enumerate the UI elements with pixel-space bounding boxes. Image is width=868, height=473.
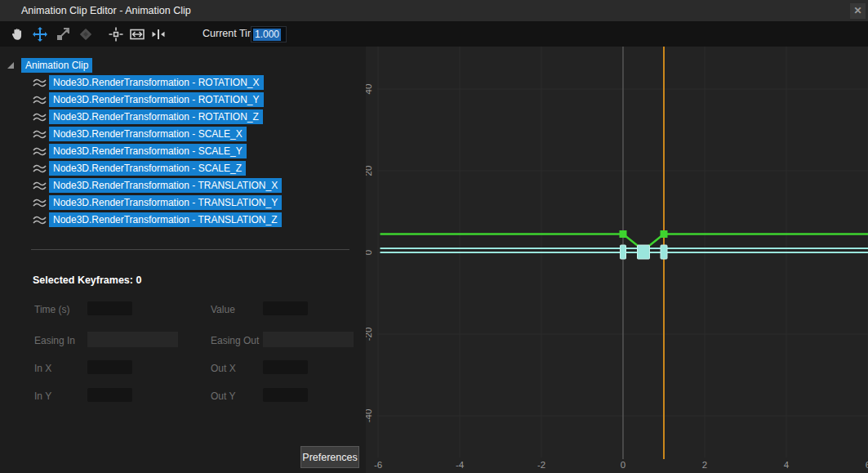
form-row-time-value: Time (s) Value [0,301,366,318]
x-axis-tick-label: 0 [621,460,625,470]
animation-curve-icon [33,78,47,87]
form-row-easing: Easing In Easing Out [0,332,366,349]
easing-in-label: Easing In [34,335,75,346]
tree-item[interactable]: Node3D.RenderTransformation - SCALE_Y [49,143,247,158]
tree-item[interactable]: Node3D.RenderTransformation - ROTATION_Z [49,109,263,123]
fit-width-icon[interactable] [149,25,167,43]
center-playhead-icon[interactable] [106,25,125,43]
tree-item-label: Node3D.RenderTransformation - SCALE_Z [49,161,246,176]
current-time-input[interactable]: 1.000 [251,26,287,42]
in-y-label: In Y [34,390,51,402]
y-axis-tick-label: 0 [366,250,373,255]
window-title: Animation Clip Editor - Animation Clip [21,5,191,16]
tree-item-label: Node3D.RenderTransformation - TRANSLATIO… [49,212,282,227]
divider [31,249,349,250]
cyan-keyframe-marker[interactable] [638,245,650,259]
tree-root-row[interactable]: Animation Clip [21,57,92,72]
easing-out-field[interactable] [263,332,354,347]
left-panel: Animation Clip Node3D.RenderTransformati… [0,47,366,473]
animation-curve-icon [33,95,47,105]
y-axis-tick-label: 40 [366,84,373,95]
time-field[interactable] [87,301,132,315]
titlebar: Animation Clip Editor - Animation Clip ✕ [0,0,868,21]
tree-root-label: Animation Clip [21,58,92,73]
green-keyframe[interactable] [620,230,627,238]
tree-item-label: Node3D.RenderTransformation - ROTATION_Y [49,92,264,107]
x-axis-tick-label: -6 [374,460,382,470]
tree-item[interactable]: Node3D.RenderTransformation - ROTATION_Y [49,91,264,106]
x-axis-tick-label: -2 [537,460,545,470]
current-time-value: 1.000 [253,29,281,41]
in-x-field[interactable] [87,360,132,374]
in-x-label: In X [34,363,51,374]
value-label: Value [211,304,235,315]
x-axis-tick-label: 4 [784,460,790,470]
add-keyframe-diamond-icon[interactable] [76,25,95,43]
cyan-keyframe-marker[interactable] [621,245,626,259]
easing-in-field[interactable] [87,332,178,347]
animation-curve-icon [33,129,47,139]
cyan-keyframe-marker[interactable] [661,245,667,259]
tree-item-label: Node3D.RenderTransformation - SCALE_Y [49,144,247,158]
selected-keyframes-heading: Selected Keyframes: 0 [33,274,141,286]
curve-editor[interactable]: -6-4-2024640200-20-40 [366,47,868,473]
out-y-label: Out Y [211,390,235,402]
tree-expander-icon[interactable] [7,62,14,69]
out-y-field[interactable] [263,388,308,402]
tree-item[interactable]: Node3D.RenderTransformation - SCALE_X [49,126,247,141]
in-y-field[interactable] [87,388,132,402]
move-tool-icon[interactable] [30,25,49,43]
green-keyframe[interactable] [661,230,668,238]
selected-keyframes-count: 0 [136,274,141,286]
pan-hand-icon[interactable] [7,25,26,43]
animation-curve-icon [33,163,47,173]
tree-item-label: Node3D.RenderTransformation - TRANSLATIO… [49,195,282,210]
animation-clip-editor-window: Animation Clip Editor - Animation Clip ✕ [0,0,868,473]
tree-item-label: Node3D.RenderTransformation - SCALE_X [49,127,247,141]
scale-tool-icon[interactable] [53,25,72,43]
toolbar: Current Time 1.000 [0,21,868,47]
y-axis-tick-label: -20 [366,328,373,341]
x-axis-tick-label: -4 [456,460,465,470]
tree-item-label: Node3D.RenderTransformation - ROTATION_X [49,75,264,90]
curve-canvas[interactable]: -6-4-2024640200-20-40 [366,47,868,473]
tree-item[interactable]: Node3D.RenderTransformation - TRANSLATIO… [49,212,282,226]
easing-out-label: Easing Out [211,335,259,346]
animation-curve-icon [33,146,47,156]
out-x-field[interactable] [263,360,308,374]
value-field[interactable] [263,301,308,315]
y-axis-tick-label: -40 [366,409,373,423]
tree-item[interactable]: Node3D.RenderTransformation - ROTATION_X [49,74,264,89]
animation-curve-icon [33,112,47,122]
animation-curve-icon [33,215,47,225]
tree-item[interactable]: Node3D.RenderTransformation - TRANSLATIO… [49,194,282,209]
tree-item-label: Node3D.RenderTransformation - ROTATION_Z [49,109,263,124]
x-axis-tick-label: 2 [702,460,707,470]
tree-item[interactable]: Node3D.RenderTransformation - SCALE_Z [49,160,246,175]
animation-curve-icon [33,198,47,207]
animation-curve-icon [33,181,47,190]
out-x-label: Out X [211,363,236,374]
close-icon[interactable]: ✕ [850,3,866,19]
tree-item-label: Node3D.RenderTransformation - TRANSLATIO… [49,178,282,193]
preferences-button[interactable]: Preferences [300,446,359,468]
tree-item[interactable]: Node3D.RenderTransformation - TRANSLATIO… [49,177,282,192]
form-row-in-out-x: In X Out X [0,360,366,377]
form-row-in-out-y: In Y Out Y [0,388,366,404]
time-label: Time (s) [34,304,70,315]
fit-horizontal-icon[interactable] [127,25,146,43]
y-axis-tick-label: 20 [366,166,373,176]
